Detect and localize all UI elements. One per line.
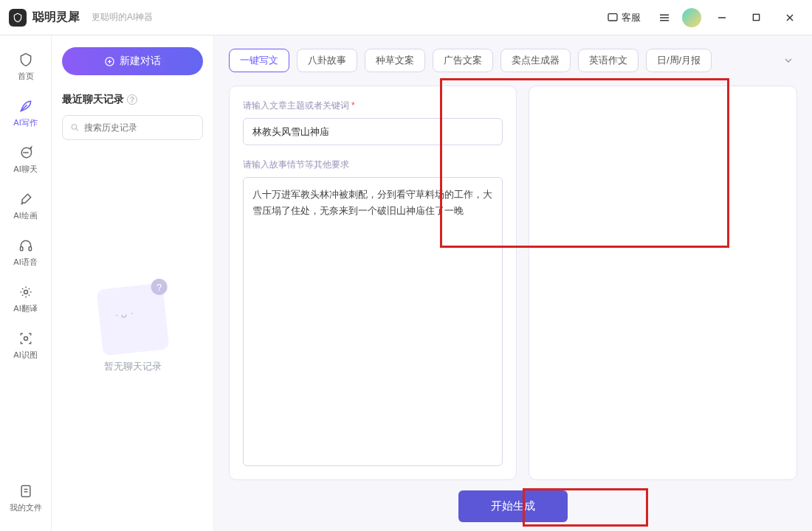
nav-ai-writing[interactable]: AI写作 (4, 92, 48, 134)
nav-ai-voice[interactable]: AI语音 (4, 232, 48, 274)
svg-rect-5 (753, 14, 759, 20)
tab-reports[interactable]: 日/周/月报 (646, 49, 712, 72)
customer-service-label: 客服 (622, 11, 641, 24)
svg-point-15 (24, 337, 27, 341)
app-logo: 聪明灵犀 (9, 9, 80, 27)
translate-icon (18, 284, 34, 300)
minimize-icon (718, 13, 726, 22)
nav-home[interactable]: 首页 (4, 46, 48, 88)
menu-button[interactable] (654, 7, 675, 28)
nav-ai-image-recognition[interactable]: AI识图 (4, 324, 48, 367)
tabs-expand-button[interactable] (780, 52, 797, 69)
svg-point-14 (24, 291, 27, 294)
nav-label: AI聊天 (13, 164, 37, 175)
main-area: 一键写文 八卦故事 种草文案 广告文案 卖点生成器 英语作文 日/周/月报 请输… (214, 35, 812, 531)
chat-bubble-icon (607, 12, 619, 24)
details-textarea[interactable] (243, 177, 503, 466)
topic-field-label: 请输入文章主题或者关键词* (243, 100, 503, 112)
nav-label: 我的文件 (10, 502, 42, 513)
new-chat-label: 新建对话 (120, 55, 161, 68)
nav-sidebar: 首页 AI写作 AI聊天 AI绘画 AI语音 (0, 35, 52, 531)
empty-text: 暂无聊天记录 (104, 360, 162, 373)
history-search[interactable] (62, 115, 203, 140)
tab-gossip-story[interactable]: 八卦故事 (297, 49, 357, 72)
window-maximize-button[interactable] (743, 7, 769, 28)
tab-one-click-write[interactable]: 一键写文 (229, 49, 289, 72)
recent-chats-label: 最近聊天记录 ? (62, 93, 203, 106)
nav-my-files[interactable]: 我的文件 (4, 477, 48, 519)
logo-icon (9, 9, 27, 27)
svg-rect-12 (20, 247, 22, 251)
nav-ai-draw[interactable]: AI绘画 (4, 185, 48, 227)
tab-english-essay[interactable]: 英语作文 (578, 49, 639, 72)
new-chat-button[interactable]: 新建对话 (62, 47, 203, 75)
close-icon (785, 13, 794, 22)
brush-icon (18, 191, 34, 207)
help-icon[interactable]: ? (127, 94, 137, 105)
search-icon (70, 122, 80, 133)
topic-input[interactable] (243, 118, 503, 145)
svg-point-11 (27, 153, 28, 153)
generate-button[interactable]: 开始生成 (458, 490, 568, 522)
nav-label: AI绘画 (13, 210, 37, 221)
maximize-icon (752, 13, 760, 21)
app-title: 聪明灵犀 (32, 10, 80, 25)
chevron-down-icon (782, 55, 794, 66)
template-tabs: 一键写文 八卦故事 种草文案 广告文案 卖点生成器 英语作文 日/周/月报 (229, 49, 797, 72)
window-minimize-button[interactable] (709, 7, 735, 28)
svg-rect-13 (29, 247, 31, 251)
tagline: 更聪明的AI神器 (92, 11, 153, 24)
history-search-input[interactable] (84, 122, 195, 133)
tab-selling-point[interactable]: 卖点生成器 (500, 49, 571, 72)
empty-illustration: · ᴗ · (96, 283, 169, 356)
svg-point-22 (72, 125, 77, 130)
window-close-button[interactable] (777, 7, 803, 28)
svg-rect-16 (21, 486, 30, 497)
nav-label: AI语音 (13, 257, 37, 268)
hamburger-icon (658, 11, 671, 24)
chat-icon (18, 145, 34, 161)
feather-icon (18, 98, 34, 114)
scan-icon (18, 330, 34, 347)
home-icon (18, 52, 34, 68)
nav-label: AI识图 (13, 350, 37, 361)
file-icon (18, 483, 34, 499)
nav-label: AI写作 (13, 117, 37, 128)
output-panel (529, 86, 797, 480)
chat-history-column: 新建对话 最近聊天记录 ? · ᴗ · 暂无聊天记录 (52, 35, 214, 531)
plus-circle-icon (104, 56, 115, 67)
user-avatar[interactable] (682, 8, 701, 27)
customer-service-button[interactable]: 客服 (601, 8, 647, 27)
svg-point-9 (24, 153, 24, 153)
nav-ai-translate[interactable]: AI翻译 (4, 278, 48, 320)
app-header: 聪明灵犀 更聪明的AI神器 客服 (0, 0, 812, 35)
details-field-label: 请输入故事情节等其他要求 (243, 159, 503, 171)
tab-ad-copy[interactable]: 广告文案 (433, 49, 493, 72)
nav-ai-chat[interactable]: AI聊天 (4, 139, 48, 181)
svg-point-10 (25, 153, 26, 153)
input-form-panel: 请输入文章主题或者关键词* 请输入故事情节等其他要求 (229, 86, 517, 480)
svg-line-23 (76, 129, 78, 131)
chat-history-empty: · ᴗ · 暂无聊天记录 (62, 140, 203, 519)
headphones-icon (18, 237, 34, 254)
tab-seeding-copy[interactable]: 种草文案 (365, 49, 425, 72)
nav-label: AI翻译 (13, 303, 37, 314)
nav-label: 首页 (18, 71, 34, 82)
